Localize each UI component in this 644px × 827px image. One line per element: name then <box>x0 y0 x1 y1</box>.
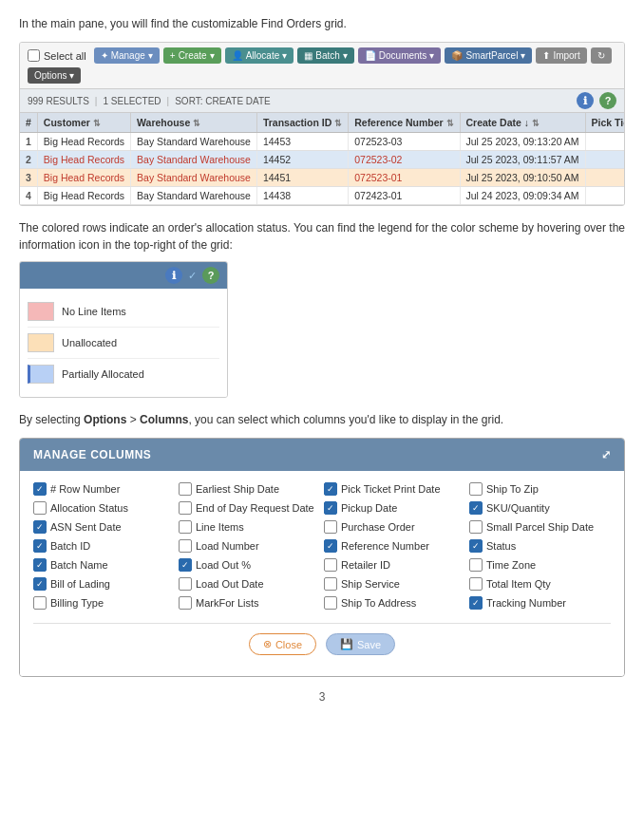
column-checkbox[interactable] <box>179 501 192 515</box>
batch-button[interactable]: ▦ Batch ▾ <box>297 47 354 64</box>
column-checkbox[interactable] <box>33 596 47 610</box>
column-checkbox[interactable] <box>33 539 47 553</box>
column-item[interactable]: MarkFor Lists <box>179 596 320 610</box>
column-item[interactable]: # Row Number <box>33 482 175 496</box>
column-item[interactable]: Load Out % <box>179 558 320 572</box>
column-label: Time Zone <box>486 559 536 571</box>
refresh-button[interactable]: ↻ <box>591 47 612 64</box>
create-chevron-icon: ▾ <box>210 50 215 61</box>
column-checkbox[interactable] <box>324 558 337 572</box>
column-checkbox[interactable] <box>469 577 483 591</box>
col-header-reference[interactable]: Reference Number ⇅ <box>349 113 460 133</box>
expand-icon[interactable]: ⤢ <box>601 448 612 461</box>
help-icon[interactable]: ? <box>599 92 616 109</box>
column-checkbox[interactable] <box>179 577 192 591</box>
column-label: # Row Number <box>50 483 120 495</box>
close-icon: ⊗ <box>263 638 272 650</box>
column-item[interactable]: Allocation Status <box>33 501 175 515</box>
documents-button[interactable]: 📄 Documents ▾ <box>358 47 442 64</box>
column-checkbox[interactable] <box>33 482 47 496</box>
column-checkbox[interactable] <box>324 520 337 534</box>
column-item[interactable]: Reference Number <box>324 539 465 553</box>
close-button[interactable]: ⊗ Close <box>249 633 316 655</box>
table-row[interactable]: 2 Big Head Records Bay Standard Warehous… <box>20 151 624 169</box>
column-item[interactable]: Small Parcel Ship Date <box>469 520 611 534</box>
col-header-num[interactable]: # <box>20 113 37 133</box>
col-header-createdate[interactable]: Create Date ↓ ⇅ <box>460 113 585 133</box>
column-item[interactable]: Tracking Number <box>469 596 611 610</box>
column-checkbox[interactable] <box>179 539 192 553</box>
col-header-pickticket[interactable]: Pick Ticket Print Date ⇅ <box>585 113 624 133</box>
create-button[interactable]: + Create ▾ <box>163 47 221 64</box>
smart-parcel-button[interactable]: 📦 SmartParcel ▾ <box>445 47 532 64</box>
column-checkbox[interactable] <box>324 482 337 496</box>
column-checkbox[interactable] <box>324 501 337 515</box>
column-item[interactable]: Batch ID <box>33 539 175 553</box>
column-checkbox[interactable] <box>33 577 47 591</box>
column-checkbox[interactable] <box>33 501 47 515</box>
select-all-container[interactable]: Select all <box>28 49 86 62</box>
table-row[interactable]: 3 Big Head Records Bay Standard Warehous… <box>20 169 624 187</box>
grid-meta-bar: 999 RESULTS | 1 SELECTED | SORT: CREATE … <box>20 89 624 113</box>
col-header-customer[interactable]: Customer ⇅ <box>37 113 130 133</box>
legend-color-partially-allocated <box>28 365 54 384</box>
column-item[interactable]: Bill of Lading <box>33 577 175 591</box>
manage-button[interactable]: ✦ Manage ▾ <box>94 47 160 64</box>
column-label: MarkFor Lists <box>196 597 259 609</box>
column-item[interactable]: End of Day Request Date <box>179 501 320 515</box>
manage-columns-body: # Row NumberEarliest Ship DatePick Ticke… <box>20 471 624 676</box>
column-checkbox[interactable] <box>179 482 192 496</box>
row-reference: 072423-01 <box>349 187 460 205</box>
column-checkbox[interactable] <box>469 501 483 515</box>
import-button[interactable]: ⬆ Import <box>536 47 586 64</box>
legend-info-icon[interactable]: ℹ <box>165 267 182 284</box>
column-label: Batch ID <box>50 540 90 552</box>
select-all-checkbox[interactable] <box>28 49 40 62</box>
column-checkbox[interactable] <box>179 558 192 572</box>
column-label: Batch Name <box>50 559 108 571</box>
column-item[interactable]: Load Out Date <box>179 577 320 591</box>
col-header-warehouse[interactable]: Warehouse ⇅ <box>131 113 257 133</box>
column-item[interactable]: Ship To Address <box>324 596 465 610</box>
column-checkbox[interactable] <box>469 482 483 496</box>
options-button[interactable]: Options ▾ <box>28 67 81 84</box>
column-item[interactable]: Billing Type <box>33 596 175 610</box>
table-row[interactable]: 4 Big Head Records Bay Standard Warehous… <box>20 187 624 205</box>
column-item[interactable]: Pickup Date <box>324 501 465 515</box>
column-label: Status <box>486 540 516 552</box>
column-checkbox[interactable] <box>179 596 192 610</box>
table-row[interactable]: 1 Big Head Records Bay Standard Warehous… <box>20 133 624 151</box>
options-strong: Options <box>84 413 126 426</box>
column-item[interactable]: Load Number <box>179 539 320 553</box>
column-checkbox[interactable] <box>469 539 483 553</box>
col-header-transaction[interactable]: Transaction ID ⇅ <box>256 113 348 133</box>
column-checkbox[interactable] <box>179 520 192 534</box>
column-item[interactable]: Pick Ticket Print Date <box>324 482 465 496</box>
column-item[interactable]: Earliest Ship Date <box>179 482 320 496</box>
column-item[interactable]: Ship To Zip <box>469 482 611 496</box>
column-checkbox[interactable] <box>324 539 337 553</box>
table-container: # Customer ⇅ Warehouse ⇅ Transaction ID … <box>20 113 624 205</box>
column-checkbox[interactable] <box>469 596 483 610</box>
legend-help-icon[interactable]: ? <box>202 267 219 284</box>
save-label: Save <box>357 639 381 650</box>
column-item[interactable]: SKU/Quantity <box>469 501 611 515</box>
column-item[interactable]: ASN Sent Date <box>33 520 175 534</box>
column-item[interactable]: Ship Service <box>324 577 465 591</box>
column-checkbox[interactable] <box>469 558 483 572</box>
column-item[interactable]: Batch Name <box>33 558 175 572</box>
column-item[interactable]: Status <box>469 539 611 553</box>
save-button[interactable]: 💾 Save <box>326 633 395 655</box>
column-checkbox[interactable] <box>33 520 47 534</box>
column-checkbox[interactable] <box>324 596 337 610</box>
info-icon[interactable]: ℹ <box>577 92 594 109</box>
column-item[interactable]: Line Items <box>179 520 320 534</box>
column-checkbox[interactable] <box>469 520 483 534</box>
column-checkbox[interactable] <box>324 577 337 591</box>
column-item[interactable]: Retailer ID <box>324 558 465 572</box>
column-checkbox[interactable] <box>33 558 47 572</box>
column-item[interactable]: Time Zone <box>469 558 611 572</box>
column-item[interactable]: Total Item Qty <box>469 577 611 591</box>
column-item[interactable]: Purchase Order <box>324 520 465 534</box>
allocate-button[interactable]: 👤 Allocate ▾ <box>225 47 294 64</box>
